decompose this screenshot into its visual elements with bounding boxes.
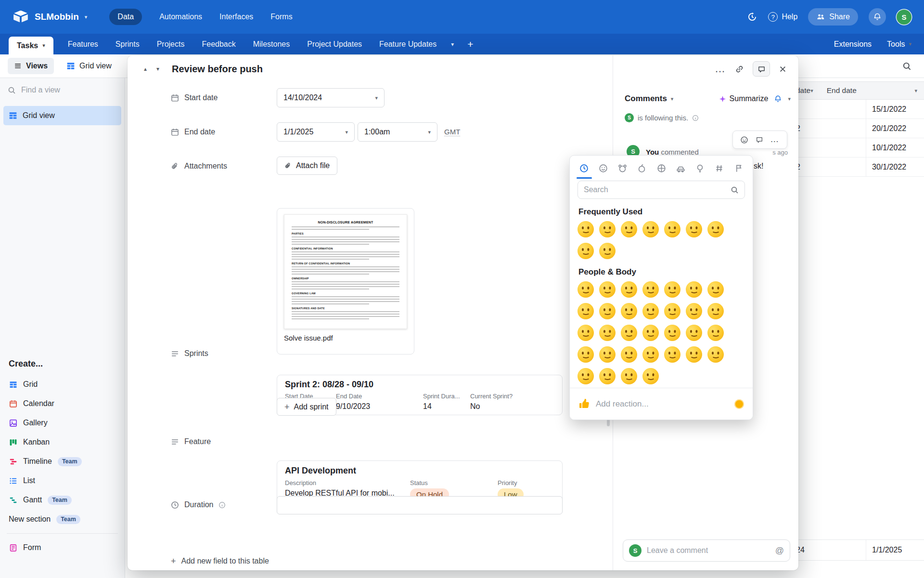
emoji[interactable]: 🥰 — [707, 303, 724, 319]
create-calendar[interactable]: Calendar — [0, 394, 125, 413]
table-tab[interactable]: Project Updates — [307, 40, 362, 49]
grid-cell[interactable]: 2 — [789, 119, 866, 138]
add-reaction-footer[interactable]: Add reaction... — [570, 388, 753, 420]
emoji[interactable]: 🤯 — [599, 243, 616, 259]
emoji[interactable]: 😅 — [707, 221, 724, 237]
grid-cell[interactable]: 1/1/2025 — [866, 540, 924, 560]
grid-cell[interactable]: 30/1/2022 — [866, 158, 924, 176]
emoji[interactable]: 😋 — [599, 346, 616, 363]
summarize-button[interactable]: Summarize — [719, 94, 769, 103]
emoji[interactable]: 🥲 — [578, 346, 594, 363]
grid-cell[interactable] — [789, 138, 866, 157]
nav-item[interactable]: Interfaces — [219, 13, 253, 21]
emoji[interactable]: 😀 — [578, 281, 594, 298]
history-icon[interactable] — [747, 12, 757, 22]
add-table-button[interactable]: + — [467, 39, 473, 49]
table-tab[interactable]: Milestones — [253, 40, 290, 49]
emoji[interactable]: 😄 — [621, 281, 637, 298]
create-form[interactable]: Form — [0, 538, 125, 557]
emoji[interactable]: ☺️ — [664, 325, 680, 341]
table-tab[interactable]: Feedback — [202, 40, 235, 49]
emoji[interactable]: 👍 — [578, 221, 594, 237]
emoji[interactable]: 😚 — [686, 325, 702, 341]
grid-bottom-row[interactable]: 24 1/1/2025 — [789, 539, 924, 561]
add-field-button[interactable]: + Add new field to this table — [171, 557, 269, 565]
emoji[interactable]: 🤭 — [599, 368, 616, 384]
emoji[interactable]: 😂 — [578, 243, 594, 259]
emoji[interactable]: 😆 — [664, 281, 680, 298]
tabs-overflow-chevron-icon[interactable]: ▾ — [451, 41, 454, 47]
table-tab[interactable]: Sprints — [116, 40, 140, 49]
emoji[interactable]: 😉 — [642, 303, 659, 319]
table-row[interactable]: 15/1/2022 — [789, 100, 924, 119]
emoji-category-objects[interactable] — [694, 162, 706, 174]
tab-tasks-active[interactable]: Tasks ▾ — [9, 37, 53, 54]
emoji[interactable]: 😘 — [621, 221, 637, 237]
emoji[interactable]: 🤗 — [578, 368, 594, 384]
create-gantt[interactable]: Gantt Team — [0, 490, 125, 510]
emoji[interactable]: 🤣 — [707, 281, 724, 298]
grid-cell[interactable]: 2 — [789, 158, 866, 176]
emoji[interactable]: 🤪 — [686, 221, 702, 237]
find-view-input[interactable] — [21, 86, 108, 94]
grid-column-header[interactable]: End date ▾ — [820, 82, 924, 99]
emoji[interactable]: 🤔 — [642, 368, 659, 384]
add-sprint-button[interactable]: + Add sprint — [277, 398, 336, 416]
emoji[interactable]: 😍 — [642, 221, 659, 237]
comments-dropdown[interactable]: Comments ▾ — [625, 94, 673, 104]
grid-view-toolbar-button[interactable]: Grid view — [66, 62, 112, 70]
emoji-category-recent[interactable] — [578, 162, 590, 174]
emoji[interactable]: 😝 — [686, 346, 702, 363]
duration-input[interactable] — [277, 496, 563, 514]
search-icon[interactable] — [902, 62, 911, 71]
next-record-button[interactable]: ▾ — [152, 63, 164, 75]
emoji[interactable]: 🤑 — [707, 346, 724, 363]
timezone-label[interactable]: GMT — [444, 128, 460, 136]
emoji[interactable]: 😆 — [664, 221, 680, 237]
create-kanban[interactable]: Kanban — [0, 433, 125, 452]
workspace-switcher[interactable]: SLMobbin ▾ — [13, 10, 87, 24]
nav-data[interactable]: Data — [109, 9, 142, 25]
emoji[interactable]: 🙃 — [621, 303, 637, 319]
grid-cell[interactable] — [789, 100, 866, 118]
sidebar-view-grid-view-selected[interactable]: Grid view — [3, 106, 121, 125]
grid-cell[interactable]: 10/1/2022 — [866, 138, 924, 157]
emoji[interactable]: 😘 — [621, 325, 637, 341]
emoji-category-activities[interactable] — [655, 162, 667, 174]
extensions-button[interactable]: Extensions — [834, 40, 872, 49]
help-button[interactable]: ? Help — [768, 12, 797, 22]
emoji[interactable]: 😀 — [599, 221, 616, 237]
grid-cell[interactable]: 20/1/2022 — [866, 119, 924, 138]
views-button[interactable]: Views — [8, 58, 54, 74]
grid-cell[interactable]: 15/1/2022 — [866, 100, 924, 118]
create-new-section[interactable]: New section Team — [0, 510, 125, 529]
nav-item[interactable]: Automations — [159, 13, 202, 21]
notifications-button[interactable] — [869, 8, 886, 26]
emoji-category-smileys[interactable] — [597, 162, 609, 174]
emoji[interactable]: 😂 — [578, 303, 594, 319]
create-grid[interactable]: Grid — [0, 375, 125, 394]
grid-cell[interactable]: 24 — [789, 540, 866, 560]
comment-more-icon[interactable]: … — [770, 138, 780, 141]
nav-item[interactable]: Forms — [270, 13, 292, 21]
emoji[interactable]: 🫢 — [621, 368, 637, 384]
tools-button[interactable]: Tools ▾ — [887, 40, 911, 49]
emoji-category-food[interactable] — [636, 162, 648, 174]
create-list[interactable]: List — [0, 471, 125, 490]
emoji[interactable]: 😁 — [642, 281, 659, 298]
chevron-down-icon[interactable]: ▾ — [788, 96, 791, 102]
create-gallery[interactable]: Gallery — [0, 413, 125, 433]
mention-icon[interactable]: @ — [775, 546, 784, 556]
table-tab[interactable]: Projects — [157, 40, 185, 49]
emoji[interactable]: 😇 — [686, 303, 702, 319]
attachment-card[interactable]: NON-DISCLOSURE AGREEMENT PARTIES CONFIDE… — [277, 208, 414, 355]
emoji-search-input[interactable] — [584, 185, 727, 194]
emoji-category-flags[interactable] — [732, 162, 745, 174]
emoji-search-box[interactable] — [578, 181, 745, 199]
share-button[interactable]: Share — [808, 8, 858, 26]
emoji[interactable]: 😜 — [642, 346, 659, 363]
table-row[interactable]: 2 20/1/2022 — [789, 119, 924, 138]
emoji[interactable]: 😗 — [642, 325, 659, 341]
previous-record-button[interactable]: ▴ — [139, 63, 152, 75]
comment-notifications-bell-icon[interactable] — [774, 95, 782, 103]
